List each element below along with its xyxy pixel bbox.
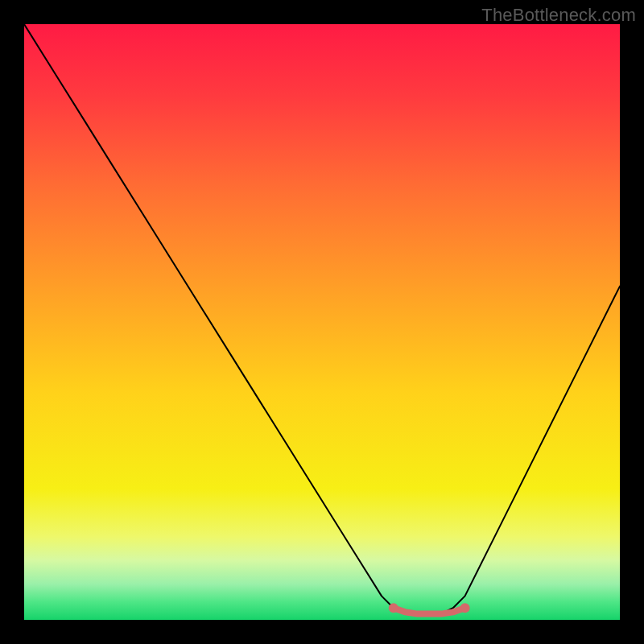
sweet-spot-endpoint <box>389 603 398 613</box>
watermark-label: TheBottleneck.com <box>481 5 636 26</box>
gradient-background <box>24 24 620 620</box>
sweet-spot-endpoint <box>460 603 470 613</box>
chart-frame: TheBottleneck.com <box>0 0 644 644</box>
chart-plot <box>24 24 620 620</box>
